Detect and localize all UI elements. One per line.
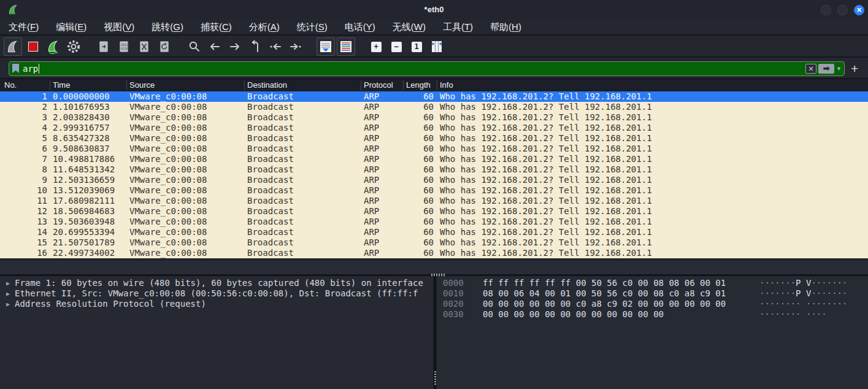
detail-line-3[interactable]: ▶Address Resolution Protocol (request)	[0, 299, 433, 309]
zoom-out-icon[interactable]: −	[387, 37, 405, 56]
minimize-button[interactable]	[821, 5, 831, 15]
zoom-in-icon[interactable]: +	[367, 37, 385, 56]
normal-size-icon[interactable]: 1	[407, 37, 426, 56]
hex-ascii[interactable]: ·······P V·······	[759, 288, 847, 299]
packet-row-11[interactable]: 1117.680982111VMware_c0:00:08BroadcastAR…	[0, 196, 868, 206]
cell-proto: ARP	[364, 185, 379, 196]
close-button[interactable]: ✕	[854, 5, 864, 15]
packet-list-scrollbar-groove[interactable]	[0, 261, 868, 274]
filter-bookmark-icon[interactable]	[12, 64, 19, 73]
hex-bytes[interactable]: 00 00 00 00 00 00 c0 a8 c9 02 00 00 00 0…	[483, 299, 726, 309]
column-header-protocol[interactable]: Protocol	[364, 79, 393, 91]
filter-clear-button[interactable]: ✕	[805, 64, 816, 74]
column-separator[interactable]	[50, 80, 50, 90]
cell-info: Who has 192.168.201.2? Tell 192.168.201.…	[440, 154, 652, 164]
packet-row-7[interactable]: 710.498817886VMware_c0:00:08BroadcastARP…	[0, 154, 868, 164]
maximize-button[interactable]	[837, 5, 848, 15]
packet-row-9[interactable]: 912.503136659VMware_c0:00:08BroadcastARP…	[0, 175, 868, 185]
find-packet-icon[interactable]	[185, 37, 204, 56]
menu-item-f[interactable]: 文件(F)	[9, 21, 39, 33]
start-capture-icon[interactable]	[4, 37, 22, 56]
column-header-time[interactable]: Time	[53, 79, 70, 91]
hex-bytes[interactable]: ff ff ff ff ff ff 00 50 56 c0 00 08 08 0…	[483, 278, 726, 288]
menu-item-t[interactable]: 工具(T)	[443, 21, 473, 33]
column-separator[interactable]	[244, 80, 245, 90]
hex-row-0010[interactable]: 001008 00 06 04 00 01 00 50 56 c0 00 08 …	[437, 288, 868, 299]
column-header-info[interactable]: Info	[440, 79, 453, 91]
packet-row-2[interactable]: 21.101676953VMware_c0:00:08BroadcastARP6…	[0, 102, 868, 112]
hex-bytes[interactable]: 00 00 00 00 00 00 00 00 00 00 00 00	[483, 309, 664, 320]
column-header-destination[interactable]: Destination	[247, 79, 287, 91]
packet-row-4[interactable]: 42.999316757VMware_c0:00:08BroadcastARP6…	[0, 123, 868, 133]
go-first-packet-icon[interactable]	[266, 37, 285, 56]
packet-row-10[interactable]: 1013.512039069VMware_c0:00:08BroadcastAR…	[0, 185, 868, 196]
text-cursor	[39, 64, 39, 74]
column-separator[interactable]	[126, 80, 127, 90]
restart-capture-icon[interactable]	[44, 37, 63, 56]
hex-ascii[interactable]: ·······P V·······	[759, 278, 847, 288]
cell-dst: Broadcast	[247, 196, 294, 206]
packet-row-12[interactable]: 1218.506984683VMware_c0:00:08BroadcastAR…	[0, 206, 868, 217]
packet-row-14[interactable]: 1420.699553394VMware_c0:00:08BroadcastAR…	[0, 227, 868, 237]
hex-bytes[interactable]: 08 00 06 04 00 01 00 50 56 c0 00 08 c0 a…	[483, 288, 726, 299]
packet-row-6[interactable]: 69.508630837VMware_c0:00:08BroadcastARP6…	[0, 144, 868, 154]
hex-row-0000[interactable]: 0000ff ff ff ff ff ff 00 50 56 c0 00 08 …	[437, 278, 868, 288]
cell-src: VMware_c0:00:08	[129, 237, 207, 248]
expand-chevron-icon[interactable]: ▶	[6, 278, 10, 288]
menu-item-w[interactable]: 无线(W)	[393, 21, 426, 33]
hex-ascii[interactable]: ········ ····	[759, 309, 827, 320]
column-separator[interactable]	[361, 80, 361, 90]
detail-line-2[interactable]: ▶Ethernet II, Src: VMware_c0:00:08 (00:5…	[0, 288, 433, 299]
packet-row-3[interactable]: 32.003828430VMware_c0:00:08BroadcastARP6…	[0, 112, 868, 123]
menu-item-h[interactable]: 帮助(H)	[490, 21, 521, 33]
auto-scroll-icon[interactable]	[317, 37, 335, 56]
cell-proto: ARP	[364, 206, 379, 217]
go-forward-icon[interactable]	[226, 37, 244, 56]
menu-item-e[interactable]: 编辑(E)	[56, 21, 86, 33]
column-header-source[interactable]: Source	[129, 79, 155, 91]
menu-item-v[interactable]: 视图(V)	[104, 21, 134, 33]
cell-time: 20.699553394	[53, 227, 115, 237]
save-file-icon[interactable]: 10110110	[115, 37, 133, 56]
hex-row-0020[interactable]: 002000 00 00 00 00 00 c0 a8 c9 02 00 00 …	[437, 299, 868, 309]
packet-row-5[interactable]: 58.635427328VMware_c0:00:08BroadcastARP6…	[0, 133, 868, 144]
filter-apply-button[interactable]: ➡	[818, 64, 834, 74]
resize-columns-icon[interactable]	[428, 37, 446, 56]
menu-item-c[interactable]: 捕获(C)	[201, 21, 232, 33]
vertical-splitter-handle[interactable]	[434, 371, 436, 386]
filter-dropdown-caret[interactable]: ▼	[836, 66, 842, 72]
capture-options-icon[interactable]	[64, 37, 83, 56]
packet-row-16[interactable]: 1622.499734002VMware_c0:00:08BroadcastAR…	[0, 248, 868, 258]
menu-item-y[interactable]: 电话(Y)	[345, 21, 375, 33]
display-filter-input[interactable]: arp ✕ ➡ ▼	[9, 61, 845, 76]
stop-capture-icon[interactable]	[24, 37, 42, 56]
open-file-icon[interactable]	[94, 37, 113, 56]
hex-ascii[interactable]: ········ ········	[759, 299, 847, 309]
cell-no: 15	[0, 237, 47, 248]
menu-item-a[interactable]: 分析(A)	[249, 21, 280, 33]
go-to-packet-icon[interactable]	[246, 37, 264, 56]
close-file-icon[interactable]	[135, 37, 153, 56]
menu-item-s[interactable]: 统计(S)	[297, 21, 328, 33]
cell-no: 10	[0, 185, 47, 196]
detail-line-1[interactable]: ▶Frame 1: 60 bytes on wire (480 bits), 6…	[0, 278, 433, 288]
column-separator[interactable]	[437, 80, 437, 90]
menu-item-g[interactable]: 跳转(G)	[152, 21, 183, 33]
packet-row-8[interactable]: 811.648531342VMware_c0:00:08BroadcastARP…	[0, 164, 868, 175]
colorize-packets-icon[interactable]	[337, 37, 355, 56]
expand-chevron-icon[interactable]: ▶	[6, 288, 10, 299]
cell-dst: Broadcast	[247, 237, 294, 248]
add-filter-button[interactable]: +	[851, 63, 858, 75]
expand-chevron-icon[interactable]: ▶	[6, 299, 10, 309]
packet-row-1[interactable]: 10.000000000VMware_c0:00:08BroadcastARP6…	[0, 91, 868, 102]
column-separator[interactable]	[403, 80, 404, 90]
cell-time: 22.499734002	[53, 248, 115, 258]
hex-row-0030[interactable]: 003000 00 00 00 00 00 00 00 00 00 00 00·…	[437, 309, 868, 320]
reload-file-icon[interactable]	[155, 37, 174, 56]
go-back-icon[interactable]	[205, 37, 224, 56]
packet-row-13[interactable]: 1319.503603948VMware_c0:00:08BroadcastAR…	[0, 217, 868, 227]
column-header-length[interactable]: Length	[406, 79, 431, 91]
column-header-no[interactable]: No.	[4, 79, 17, 91]
go-last-packet-icon[interactable]	[286, 37, 305, 56]
packet-row-15[interactable]: 1521.507501789VMware_c0:00:08BroadcastAR…	[0, 237, 868, 248]
